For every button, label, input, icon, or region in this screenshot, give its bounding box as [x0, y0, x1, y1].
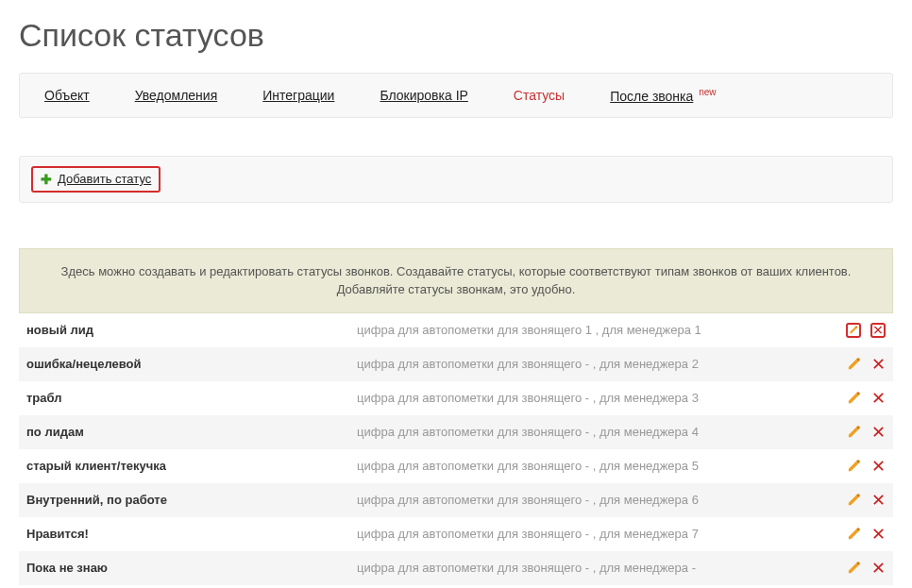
add-status-bar: ✚ Добавить статус — [19, 156, 893, 203]
edit-icon[interactable] — [846, 459, 861, 474]
page-title: Список статусов — [19, 17, 893, 54]
tabs-bar: Объект Уведомления Интеграции Блокировка… — [19, 73, 893, 118]
edit-icon[interactable] — [846, 493, 861, 508]
table-row: по лидамцифра для автопометки для звонящ… — [19, 415, 893, 449]
edit-icon[interactable] — [846, 357, 861, 372]
edit-icon[interactable] — [846, 425, 861, 440]
delete-icon[interactable] — [870, 357, 886, 372]
info-box: Здесь можно создавать и редактировать ст… — [19, 248, 893, 313]
status-meta: цифра для автопометки для звонящего - , … — [357, 391, 829, 405]
row-actions — [829, 357, 886, 372]
tab-after-call-wrap: После звонка new — [610, 87, 716, 104]
tab-ip-block[interactable]: Блокировка IP — [380, 88, 467, 103]
tab-after-call[interactable]: После звонка — [610, 89, 693, 104]
edit-icon[interactable] — [846, 391, 861, 406]
status-list: новый лидцифра для автопометки для звоня… — [19, 313, 893, 585]
status-name: Пока не знаю — [26, 561, 357, 575]
row-actions — [829, 493, 886, 508]
status-meta: цифра для автопометки для звонящего - , … — [357, 493, 829, 507]
new-badge: new — [699, 87, 716, 97]
status-name: Внутренний, по работе — [26, 493, 357, 507]
edit-icon[interactable] — [846, 323, 861, 338]
row-actions — [829, 425, 886, 440]
status-name: по лидам — [26, 425, 357, 439]
status-meta: цифра для автопометки для звонящего - , … — [357, 459, 829, 473]
status-name: старый клиент/текучка — [26, 459, 357, 473]
table-row: траблцифра для автопометки для звонящего… — [19, 381, 893, 415]
table-row: ошибка/нецелевойцифра для автопометки дл… — [19, 347, 893, 381]
table-row: Пока не знаюцифра для автопометки для зв… — [19, 551, 893, 585]
table-row: Нравится!цифра для автопометки для звоня… — [19, 517, 893, 551]
add-status-link[interactable]: Добавить статус — [58, 172, 151, 186]
table-row: Внутренний, по работецифра для автопомет… — [19, 483, 893, 517]
status-meta: цифра для автопометки для звонящего - , … — [357, 357, 829, 371]
status-meta: цифра для автопометки для звонящего - , … — [357, 425, 829, 439]
status-name: Нравится! — [26, 527, 357, 541]
plus-icon: ✚ — [41, 172, 52, 187]
tab-statuses[interactable]: Статусы — [514, 88, 565, 103]
status-name: ошибка/нецелевой — [26, 357, 357, 371]
delete-icon[interactable] — [870, 323, 886, 338]
status-meta: цифра для автопометки для звонящего - , … — [357, 561, 829, 575]
table-row: новый лидцифра для автопометки для звоня… — [19, 313, 893, 347]
status-meta: цифра для автопометки для звонящего 1 , … — [357, 323, 829, 337]
tab-notifications[interactable]: Уведомления — [135, 88, 218, 103]
status-name: новый лид — [26, 323, 357, 337]
status-meta: цифра для автопометки для звонящего - , … — [357, 527, 829, 541]
delete-icon[interactable] — [870, 527, 886, 542]
delete-icon[interactable] — [870, 425, 886, 440]
status-name: трабл — [26, 391, 357, 405]
row-actions — [829, 459, 886, 474]
edit-icon[interactable] — [846, 527, 861, 542]
table-row: старый клиент/текучкацифра для автопомет… — [19, 449, 893, 483]
row-actions — [829, 391, 886, 406]
tab-integrations[interactable]: Интеграции — [262, 88, 334, 103]
delete-icon[interactable] — [870, 459, 886, 474]
row-actions — [829, 561, 886, 576]
row-actions — [829, 527, 886, 542]
delete-icon[interactable] — [870, 493, 886, 508]
delete-icon[interactable] — [870, 561, 886, 576]
row-actions — [829, 323, 886, 338]
delete-icon[interactable] — [870, 391, 886, 406]
add-status-button[interactable]: ✚ Добавить статус — [31, 166, 160, 193]
edit-icon[interactable] — [846, 561, 861, 576]
tab-object[interactable]: Объект — [44, 88, 90, 103]
